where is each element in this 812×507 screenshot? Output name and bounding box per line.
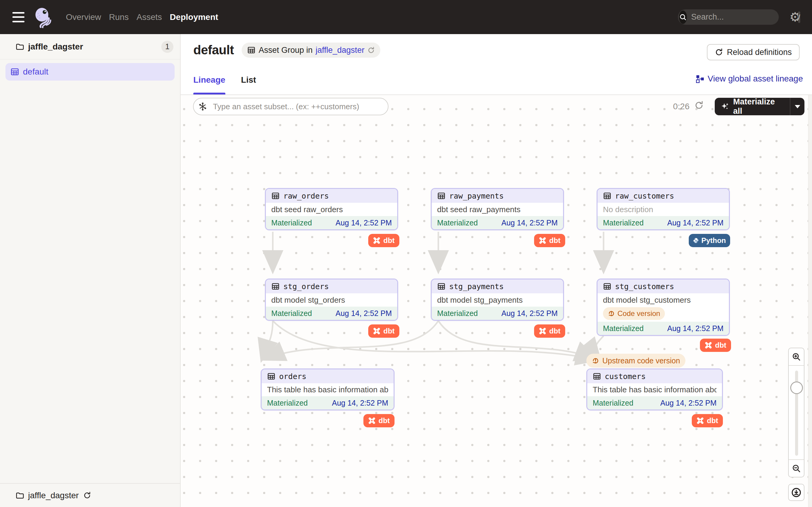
upstream-code-version-tag[interactable]: Upstream code version bbox=[586, 354, 686, 368]
asset-node-stg-payments[interactable]: stg_payments dbt model stg_payments Mate… bbox=[431, 279, 564, 321]
asset-status-row: Materialized Aug 14, 2:52 PM bbox=[266, 306, 397, 320]
asset-status-row: Materialized Aug 14, 2:52 PM bbox=[432, 306, 563, 320]
badge-label: dbt bbox=[383, 236, 395, 245]
table-icon bbox=[271, 282, 280, 291]
tab-lineage[interactable]: Lineage bbox=[193, 75, 225, 95]
nav-item-runs[interactable]: Runs bbox=[109, 9, 129, 25]
reload-definitions-button[interactable]: Reload definitions bbox=[707, 44, 800, 60]
asset-node-header: stg_orders bbox=[266, 279, 397, 293]
materialize-all-button[interactable]: Materialize all bbox=[715, 97, 790, 116]
chip-prefix-text: Asset Group in bbox=[259, 46, 313, 55]
zoom-in-icon bbox=[792, 352, 801, 361]
view-global-asset-lineage-link[interactable]: View global asset lineage bbox=[696, 74, 803, 83]
upstream-code-version-label: Upstream code version bbox=[602, 356, 680, 365]
asset-name: stg_customers bbox=[615, 282, 674, 291]
nav-item-overview[interactable]: Overview bbox=[66, 9, 101, 25]
lineage-graph-canvas[interactable]: 0:26 Materialize all bbox=[181, 95, 812, 507]
asset-node-raw-orders[interactable]: raw_orders dbt seed raw_orders Materiali… bbox=[265, 188, 398, 230]
asset-status-row: Materialized Aug 14, 2:52 PM bbox=[598, 216, 729, 229]
workspace-name: jaffle_dagster bbox=[28, 42, 83, 52]
dbt-badge[interactable]: dbt bbox=[700, 339, 731, 352]
download-graph-button[interactable] bbox=[788, 484, 804, 501]
reload-icon[interactable] bbox=[83, 491, 91, 500]
page-title: default bbox=[193, 43, 234, 57]
top-navbar: Overview Runs Assets Deployment / ⚙ bbox=[0, 0, 812, 34]
badge-label: dbt bbox=[549, 236, 560, 245]
materialize-options-dropdown[interactable] bbox=[790, 98, 804, 115]
dbt-badge[interactable]: dbt bbox=[368, 234, 399, 247]
asset-node-stg-customers[interactable]: stg_customers dbt model stg_customers Co… bbox=[597, 279, 730, 336]
dagster-logo[interactable] bbox=[32, 6, 52, 28]
badge-label: dbt bbox=[383, 327, 395, 335]
asset-name: raw_customers bbox=[615, 192, 674, 201]
asset-name: customers bbox=[605, 372, 646, 381]
dbt-badge[interactable]: dbt bbox=[368, 325, 399, 338]
materialized-status: Materialized bbox=[603, 219, 644, 227]
graph-refresh-icon[interactable] bbox=[694, 101, 704, 110]
materialized-timestamp[interactable]: Aug 14, 2:52 PM bbox=[501, 219, 558, 227]
materialized-status: Materialized bbox=[593, 399, 633, 407]
dbt-badge[interactable]: dbt bbox=[692, 414, 723, 427]
materialized-timestamp[interactable]: Aug 14, 2:52 PM bbox=[336, 309, 392, 318]
tab-list[interactable]: List bbox=[241, 75, 256, 95]
zoom-slider[interactable] bbox=[789, 365, 804, 460]
dbt-icon bbox=[538, 236, 547, 245]
zoom-out-icon bbox=[792, 464, 801, 473]
materialized-timestamp[interactable]: Aug 14, 2:52 PM bbox=[501, 309, 558, 318]
sync-alert-icon bbox=[592, 357, 599, 364]
dbt-badge[interactable]: dbt bbox=[363, 414, 395, 427]
hamburger-menu-icon[interactable] bbox=[12, 12, 24, 22]
chevron-down-icon bbox=[795, 105, 800, 108]
python-badge[interactable]: Python bbox=[689, 234, 730, 247]
materialized-timestamp[interactable]: Aug 14, 2:52 PM bbox=[667, 324, 723, 333]
asset-node-header: stg_customers bbox=[598, 279, 729, 293]
materialized-status: Materialized bbox=[437, 219, 478, 227]
asset-node-header: raw_payments bbox=[432, 189, 563, 203]
reload-icon bbox=[715, 48, 723, 56]
materialized-timestamp[interactable]: Aug 14, 2:52 PM bbox=[332, 399, 388, 407]
asset-node-customers[interactable]: customers This table has basic informati… bbox=[586, 369, 723, 410]
asset-status-row: Materialized Aug 14, 2:52 PM bbox=[262, 396, 394, 409]
asset-node-header: stg_payments bbox=[432, 279, 563, 293]
asset-status-row: Materialized Aug 14, 2:52 PM bbox=[598, 322, 729, 335]
materialized-timestamp[interactable]: Aug 14, 2:52 PM bbox=[660, 399, 717, 407]
zoom-controls bbox=[788, 348, 804, 477]
lineage-graph-icon bbox=[696, 74, 704, 83]
materialized-timestamp[interactable]: Aug 14, 2:52 PM bbox=[336, 219, 392, 227]
dbt-icon bbox=[704, 341, 713, 349]
asset-groups-sidebar: jaffle_dagster 1 default jaffle_dagster bbox=[0, 34, 181, 507]
zoom-out-button[interactable] bbox=[789, 460, 804, 477]
global-search[interactable]: / bbox=[678, 9, 779, 25]
sidebar-workspace-row[interactable]: jaffle_dagster 1 bbox=[0, 34, 180, 59]
asset-name: stg_payments bbox=[449, 282, 504, 291]
dbt-icon bbox=[372, 327, 381, 335]
nav-item-assets[interactable]: Assets bbox=[137, 9, 162, 25]
zoom-slider-handle[interactable] bbox=[790, 382, 803, 394]
code-version-tag[interactable]: Code version bbox=[603, 307, 665, 320]
asset-description: This table has basic information about .… bbox=[267, 385, 388, 394]
vertical-scrollbar[interactable] bbox=[808, 95, 812, 507]
asset-node-stg-orders[interactable]: stg_orders dbt model stg_orders Material… bbox=[265, 279, 398, 321]
chip-workspace-link[interactable]: jaffle_dagster bbox=[316, 46, 365, 55]
nav-item-deployment[interactable]: Deployment bbox=[170, 9, 218, 25]
table-icon bbox=[437, 282, 446, 291]
zoom-in-button[interactable] bbox=[789, 348, 804, 365]
reload-icon[interactable] bbox=[367, 47, 375, 54]
dbt-badge[interactable]: dbt bbox=[534, 325, 565, 338]
asset-description: dbt seed raw_orders bbox=[271, 205, 392, 214]
asset-node-orders[interactable]: orders This table has basic information … bbox=[261, 369, 395, 410]
asset-subset-input[interactable] bbox=[193, 98, 389, 115]
asset-group-icon bbox=[10, 67, 19, 76]
sidebar-item-default-group[interactable]: default bbox=[5, 63, 174, 80]
global-lineage-label: View global asset lineage bbox=[708, 74, 803, 83]
sidebar-footer: jaffle_dagster bbox=[0, 483, 180, 507]
primary-nav: Overview Runs Assets Deployment bbox=[66, 9, 218, 25]
search-input[interactable] bbox=[687, 12, 798, 22]
materialized-timestamp[interactable]: Aug 14, 2:52 PM bbox=[667, 219, 723, 227]
asset-node-raw-customers[interactable]: raw_customers No description Materialize… bbox=[597, 188, 730, 230]
dbt-badge[interactable]: dbt bbox=[534, 234, 565, 247]
asset-name: orders bbox=[279, 372, 306, 381]
table-icon bbox=[603, 282, 611, 291]
asset-node-raw-payments[interactable]: raw_payments dbt seed raw_payments Mater… bbox=[431, 188, 564, 230]
dbt-icon bbox=[368, 416, 376, 425]
